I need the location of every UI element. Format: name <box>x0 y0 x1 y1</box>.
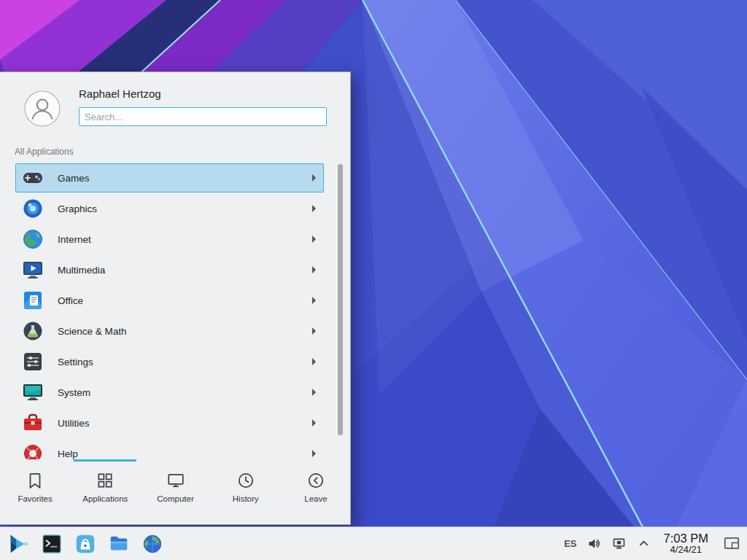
media-monitor-icon <box>21 258 44 281</box>
keyboard-layout-indicator[interactable]: ES <box>564 538 576 549</box>
category-settings[interactable]: Settings <box>0 346 351 377</box>
category-label: Graphics <box>58 203 97 214</box>
tab-label: Favorites <box>18 494 52 503</box>
application-launcher-button[interactable] <box>7 532 30 556</box>
category-help[interactable]: Help <box>0 438 351 459</box>
show-desktop-icon <box>722 534 741 553</box>
sliders-icon <box>21 350 44 373</box>
category-utilities[interactable]: Utilities <box>0 408 351 438</box>
taskbar: ES 7:03 PM 4/24/21 <box>0 526 747 560</box>
discover-button[interactable] <box>74 532 97 556</box>
category-label: Settings <box>58 357 93 368</box>
volume-icon[interactable] <box>587 536 602 551</box>
clock-time: 7:03 PM <box>664 532 708 545</box>
active-tab-indicator <box>74 459 136 462</box>
bookmark-icon <box>26 471 44 490</box>
tab-computer[interactable]: Computer <box>140 459 210 525</box>
system-tray: ES 7:03 PM 4/24/21 <box>564 527 747 560</box>
flask-icon <box>21 319 44 343</box>
application-launcher-menu: Raphael Hertzog All Applications Games G… <box>0 71 351 525</box>
category-label: Office <box>58 295 83 306</box>
taskbar-launchers <box>7 532 164 556</box>
lifering-icon <box>21 442 44 459</box>
chevron-right-icon <box>312 174 316 182</box>
kde-kickoff-icon <box>7 533 29 555</box>
chevron-right-icon <box>312 419 316 427</box>
chevron-right-icon <box>312 327 316 335</box>
web-globe-icon <box>142 533 163 555</box>
list-scrollbar[interactable] <box>338 164 343 435</box>
user-avatar[interactable] <box>24 90 61 127</box>
search-input[interactable] <box>79 107 327 126</box>
category-games[interactable]: Games <box>0 163 351 193</box>
browser-button[interactable] <box>141 532 164 556</box>
leave-icon <box>306 471 325 490</box>
chevron-right-icon <box>312 358 316 365</box>
clock-date: 4/24/21 <box>670 545 702 555</box>
terminal-icon <box>41 533 63 555</box>
toolbox-icon <box>21 411 44 435</box>
lens-icon <box>21 197 44 220</box>
expand-tray-icon[interactable] <box>636 536 651 551</box>
dolphin-button[interactable] <box>107 532 131 556</box>
tab-label: History <box>233 494 259 503</box>
digital-clock[interactable]: 7:03 PM 4/24/21 <box>661 532 711 556</box>
computer-icon <box>166 471 185 490</box>
history-clock-icon <box>236 471 255 490</box>
tab-label: Applications <box>82 494 128 503</box>
category-label: Utilities <box>58 418 90 429</box>
category-science-math[interactable]: Science & Math <box>0 316 351 346</box>
user-name: Raphael Hertzog <box>79 88 161 100</box>
tab-favorites[interactable]: Favorites <box>0 459 70 525</box>
globe-icon <box>21 228 44 251</box>
document-icon <box>21 289 44 312</box>
konsole-button[interactable] <box>40 532 63 556</box>
category-label: Games <box>58 173 90 184</box>
folder-icon <box>108 533 130 555</box>
kickoff-tab-bar: Favorites Applications Computer Histor <box>0 459 351 525</box>
category-label: Science & Math <box>58 326 127 337</box>
chevron-right-icon <box>312 266 316 273</box>
grid-icon <box>96 471 115 490</box>
category-label: Multimedia <box>58 265 105 276</box>
show-desktop-button[interactable] <box>722 530 741 558</box>
category-list: Games Graphics Internet <box>0 163 351 459</box>
network-icon[interactable] <box>611 536 627 551</box>
software-bag-icon <box>74 533 96 555</box>
section-label: All Applications <box>15 147 74 157</box>
category-label: System <box>58 387 90 398</box>
chevron-right-icon <box>312 297 316 304</box>
category-graphics[interactable]: Graphics <box>0 193 351 224</box>
chevron-right-icon <box>312 450 316 457</box>
category-label: Internet <box>58 234 91 245</box>
tab-leave[interactable]: Leave <box>281 459 351 525</box>
category-system[interactable]: System <box>0 377 351 408</box>
tab-label: Leave <box>304 494 327 503</box>
tab-applications[interactable]: Applications <box>70 459 140 525</box>
chevron-right-icon <box>312 389 316 396</box>
tab-label: Computer <box>157 494 194 503</box>
system-monitor-icon <box>21 381 44 404</box>
chevron-right-icon <box>312 236 316 243</box>
tab-history[interactable]: History <box>211 459 281 525</box>
chevron-right-icon <box>312 205 316 212</box>
category-internet[interactable]: Internet <box>0 224 351 254</box>
gamepad-icon <box>21 166 44 190</box>
category-office[interactable]: Office <box>0 285 351 316</box>
category-label: Help <box>58 448 78 459</box>
category-multimedia[interactable]: Multimedia <box>0 254 351 285</box>
